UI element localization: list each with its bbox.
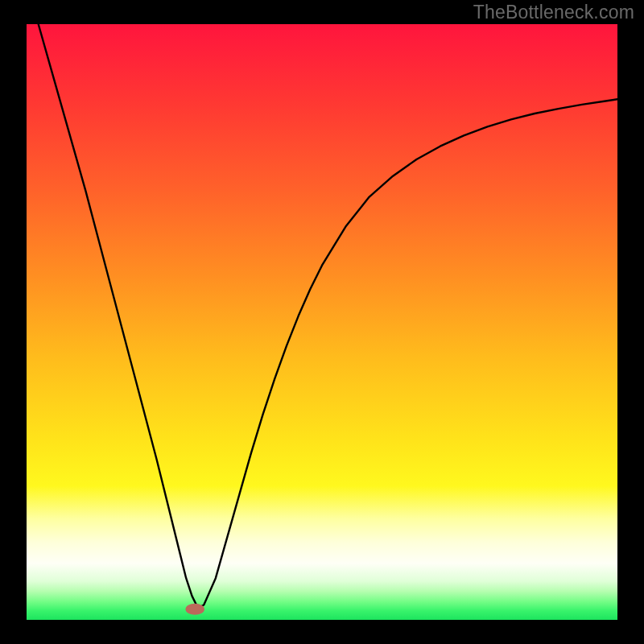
chart-frame: TheBottleneck.com <box>0 0 644 644</box>
watermark-text: TheBottleneck.com <box>473 2 634 23</box>
plot-background <box>27 24 617 620</box>
bottleneck-chart <box>0 0 644 644</box>
optimal-point-marker <box>185 604 204 615</box>
